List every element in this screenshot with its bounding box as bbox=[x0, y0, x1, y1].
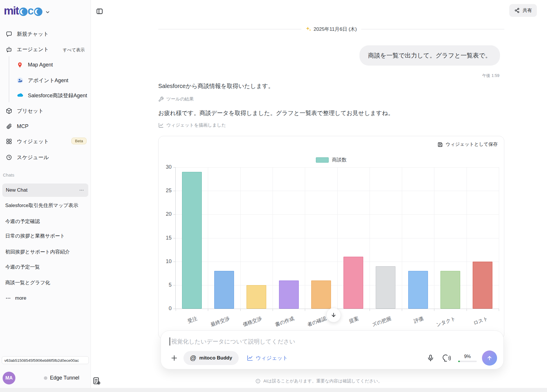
sidebar-item-salesforce-agent[interactable]: Salesforce商談登録Agent bbox=[17, 89, 87, 102]
sidebar-item-map-agent[interactable]: Map Agent bbox=[17, 58, 53, 71]
chat-list-item[interactable]: 商談一覧とグラフ化 bbox=[5, 276, 50, 289]
composer-input[interactable] bbox=[171, 338, 492, 345]
microphone-icon[interactable] bbox=[427, 354, 434, 362]
y-tick-label: 25 bbox=[158, 188, 172, 194]
v-gridline bbox=[337, 167, 338, 309]
chat-list-item[interactable]: 日常の挨拶と業務サポート bbox=[5, 229, 65, 242]
x-axis-tick bbox=[208, 309, 208, 311]
bar[interactable] bbox=[246, 285, 266, 309]
x-axis-tick bbox=[273, 309, 273, 311]
chat-list-item[interactable]: 初回挨拶とサポート内容紹介 bbox=[5, 245, 70, 258]
usage-percent: 9% bbox=[458, 354, 477, 359]
chat-list-item[interactable]: 今週の予定一覧 bbox=[5, 260, 40, 273]
x-category-label: ズの把握 bbox=[371, 315, 392, 328]
ai-disclaimer: AIは誤ることがあります。重要な内容は確認してください。 bbox=[91, 378, 547, 384]
assistant-message: Salesforceから商談情報を取得いたします。 bbox=[158, 82, 274, 90]
chat-title: 日常の挨拶と業務サポート bbox=[5, 233, 65, 239]
sidebar-item-label: Salesforce商談登録Agent bbox=[28, 92, 87, 99]
v-gridline bbox=[273, 167, 273, 309]
sparkles-icon bbox=[306, 26, 312, 32]
sidebar-item-mcp[interactable]: MCP bbox=[6, 120, 28, 133]
voice-chat-icon[interactable] bbox=[442, 354, 451, 362]
sidebar-item-presets[interactable]: プリセット bbox=[6, 105, 44, 117]
x-axis-tick bbox=[402, 309, 402, 311]
document-settings-icon[interactable] bbox=[92, 377, 101, 385]
wrench-icon bbox=[158, 96, 164, 102]
at-icon: @ bbox=[190, 354, 196, 362]
v-gridline bbox=[240, 167, 241, 309]
person-calendar-icon bbox=[17, 77, 23, 84]
x-category-label: 価格交渉 bbox=[242, 315, 263, 328]
y-tick-label: 15 bbox=[158, 235, 172, 241]
divider-line bbox=[361, 29, 504, 29]
bar-chart-plot: 051015202530受注最終交渉価格交渉書の作成者の確認提案ズの把握評価ンタ… bbox=[175, 167, 499, 309]
bar[interactable] bbox=[311, 280, 331, 309]
sidebar-item-label: エージェント bbox=[17, 46, 49, 53]
bar[interactable] bbox=[408, 271, 428, 309]
sidebar-item-schedule[interactable]: スケジュール bbox=[6, 151, 49, 164]
bar[interactable] bbox=[182, 172, 202, 309]
share-button[interactable]: 共有 bbox=[509, 4, 537, 17]
logo-moon-icon bbox=[19, 8, 28, 16]
v-gridline bbox=[305, 167, 305, 309]
assistant-message: お疲れ様です。商談データを取得しました。グラフと一覧表で整理してお見せしますね。 bbox=[158, 109, 394, 117]
v-gridline bbox=[208, 167, 208, 309]
send-button[interactable] bbox=[482, 350, 497, 366]
warning-circle-icon bbox=[255, 378, 261, 384]
x-axis-tick bbox=[467, 309, 467, 311]
tool-result-row[interactable]: ツールの結果 bbox=[158, 96, 194, 102]
bar[interactable] bbox=[343, 257, 363, 309]
chat-title: 今週の予定一覧 bbox=[5, 264, 40, 270]
map-pin-icon bbox=[17, 62, 23, 68]
share-icon bbox=[514, 8, 520, 13]
y-tick-label: 0 bbox=[158, 305, 172, 312]
chats-more-button[interactable]: more bbox=[5, 292, 26, 305]
chevron-down-icon[interactable] bbox=[45, 10, 50, 15]
avatar[interactable]: MA bbox=[3, 372, 15, 384]
sidebar-item-agents[interactable]: エージェント bbox=[6, 43, 49, 56]
chart-legend[interactable]: 商談数 bbox=[159, 157, 504, 163]
ellipsis-icon[interactable] bbox=[79, 188, 84, 193]
x-category-label: 最終交渉 bbox=[210, 315, 231, 328]
chat-list-item[interactable]: Salesforce取引先住所マップ表示 bbox=[5, 199, 78, 212]
sidebar-item-label: スケジュール bbox=[17, 154, 49, 161]
app-logo[interactable]: mitc bbox=[4, 5, 50, 17]
chat-list-item-selected[interactable]: New Chat bbox=[2, 184, 88, 197]
y-tick-label: 10 bbox=[158, 258, 172, 265]
bar[interactable] bbox=[440, 271, 460, 309]
scroll-to-bottom-button[interactable] bbox=[326, 308, 341, 322]
x-axis-tick bbox=[499, 309, 499, 311]
chat-title: 今週の予定確認 bbox=[5, 218, 40, 225]
sidebar: mitc 新規チャット エージェント すべて表示 Map Agent アポイント… bbox=[0, 0, 91, 392]
session-token-field[interactable]: v63ab51508545f5906eb86f5fb2d0ece00ac bbox=[2, 356, 89, 364]
logo-text-mit: mit bbox=[4, 5, 19, 17]
x-category-label: ロスト bbox=[472, 315, 489, 326]
save-widget-button[interactable]: ウィジェットとして保存 bbox=[437, 141, 498, 148]
sidebar-item-new-chat[interactable]: 新規チャット bbox=[6, 28, 49, 40]
sidebar-item-appointment-agent[interactable]: アポイントAgent bbox=[17, 74, 68, 87]
buddy-mention-chip[interactable]: @ mitoco Buddy bbox=[183, 351, 239, 365]
sidebar-item-label: プリセット bbox=[17, 107, 44, 114]
logo-moon-icon bbox=[34, 8, 42, 16]
y-axis-tick bbox=[173, 167, 176, 168]
v-gridline bbox=[370, 167, 370, 309]
buddy-label: mitoco Buddy bbox=[199, 355, 232, 361]
add-attachment-button[interactable] bbox=[170, 354, 178, 362]
widget-mode-button[interactable]: ウィジェット bbox=[247, 355, 288, 362]
disclaimer-text: AIは誤ることがあります。重要な内容は確認してください。 bbox=[263, 378, 382, 384]
bar[interactable] bbox=[214, 271, 234, 309]
y-tick-label: 5 bbox=[158, 282, 172, 288]
bar[interactable] bbox=[279, 280, 299, 309]
show-all-link[interactable]: すべて表示 bbox=[63, 47, 85, 53]
sidebar-item-widgets[interactable]: ウィジェット bbox=[6, 135, 49, 148]
cube-icon bbox=[6, 108, 12, 114]
grid-icon bbox=[6, 138, 12, 145]
chat-list-item[interactable]: 今週の予定確認 bbox=[5, 215, 40, 228]
sidebar-toggle-icon[interactable] bbox=[96, 8, 103, 15]
usage-progress-bar bbox=[458, 361, 477, 362]
bar[interactable] bbox=[376, 266, 395, 309]
v-gridline bbox=[402, 167, 402, 309]
beta-badge: Beta bbox=[71, 138, 87, 144]
bar[interactable] bbox=[473, 262, 492, 309]
x-category-label: 書の作成 bbox=[274, 315, 295, 328]
